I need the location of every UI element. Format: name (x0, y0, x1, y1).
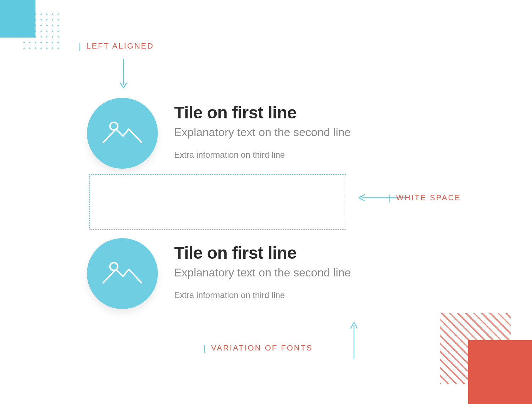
annotation-pipe-icon: | (79, 41, 82, 51)
tile-text-block: Tile on first line Explanatory text on t… (174, 98, 351, 160)
annotation-pipe-icon: | (204, 343, 207, 353)
arrow-down-icon (119, 59, 128, 89)
image-placeholder-icon (101, 259, 144, 288)
annotation-left-aligned: | LEFT ALIGNED (79, 41, 154, 51)
white-space-indicator-box (89, 174, 346, 230)
tile-title: Tile on first line (174, 244, 351, 263)
annotation-label: VARIATION OF FONTS (211, 343, 313, 353)
tile-extra: Extra information on third line (174, 150, 351, 160)
annotation-label: LEFT ALIGNED (86, 41, 154, 51)
tile-subtitle: Explanatory text on the second line (174, 265, 351, 280)
list-item: Tile on first line Explanatory text on t… (87, 238, 351, 309)
avatar (87, 238, 158, 309)
arrow-up-icon (350, 320, 358, 359)
avatar (87, 98, 158, 169)
tile-text-block: Tile on first line Explanatory text on t… (174, 238, 351, 300)
tile-extra: Extra information on third line (174, 290, 351, 300)
decorative-dot-grid (21, 11, 60, 50)
annotation-label: WHITE SPACE (396, 193, 461, 202)
annotation-pipe-icon: | (389, 193, 392, 203)
image-placeholder-icon (101, 118, 144, 148)
decorative-square-bottom-right (468, 340, 532, 404)
annotation-variation-of-fonts: | VARIATION OF FONTS (204, 343, 313, 353)
tile-subtitle: Explanatory text on the second line (174, 125, 351, 139)
annotation-white-space: | WHITE SPACE (389, 193, 461, 203)
tile-title: Tile on first line (174, 103, 351, 122)
list-item: Tile on first line Explanatory text on t… (87, 98, 351, 169)
